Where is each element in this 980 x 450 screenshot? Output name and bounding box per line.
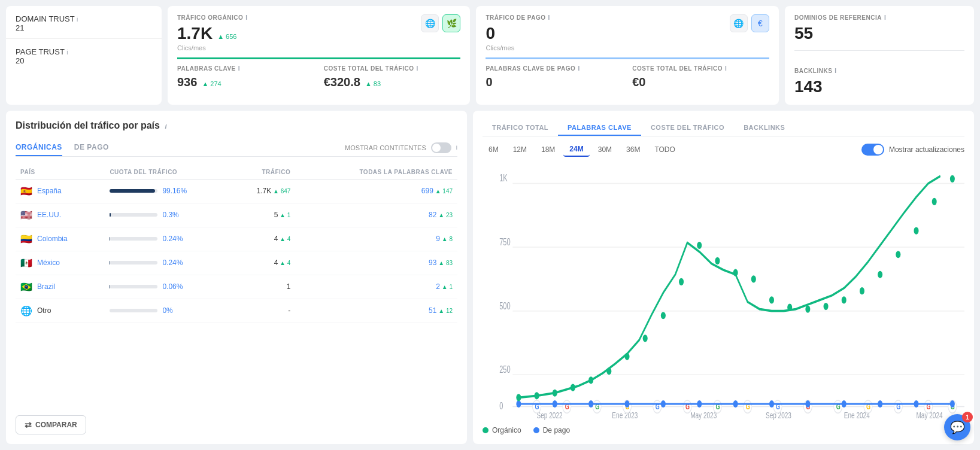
col-traffic: TRÁFICO: [226, 165, 295, 180]
organic-cost-value: €320.8: [324, 75, 360, 89]
country-cell[interactable]: 🇨🇴Colombia: [16, 227, 105, 251]
country-cell[interactable]: 🇧🇷Brazil: [16, 275, 105, 299]
backlinks-info-icon[interactable]: i: [835, 68, 836, 74]
time-btn-18m[interactable]: 18M: [535, 142, 561, 157]
paid-cost-value: €0: [632, 75, 645, 89]
time-btn-36m[interactable]: 36M: [620, 142, 646, 157]
country-table: PAÍS CUOTA DEL TRÁFICO TRÁFICO TODAS LA …: [16, 165, 457, 323]
svg-point-48: [588, 400, 593, 407]
organic-top: TRÁFICO ORGÁNICO i 1.7K ▲ 656 Clics/mes …: [177, 14, 460, 51]
organic-globe-icon-btn[interactable]: 🌐: [421, 14, 439, 32]
share-cell: 0.06%: [105, 275, 226, 299]
organic-leaf-icon-btn[interactable]: 🌿: [442, 14, 460, 32]
tab-organicas[interactable]: ORGÁNICAS: [16, 139, 62, 156]
domain-page-card: DOMAIN TRUST i 21 PAGE TRUST i 20: [6, 6, 162, 105]
chat-bubble[interactable]: 💬 1: [944, 414, 970, 440]
legend-paid-dot: [533, 427, 539, 433]
chart-controls: 6M 12M 18M 24M 30M 36M TODO Mostrar actu…: [483, 142, 964, 157]
table-row: 🇪🇸España 99.16% 1.7K ▲ 647 699 ▲ 147: [16, 179, 457, 203]
backlinks-title: Backlinks i: [794, 68, 964, 74]
svg-point-54: [805, 400, 810, 407]
ref-domains-info-icon[interactable]: i: [884, 14, 886, 21]
paid-globe-icon-btn[interactable]: 🌐: [730, 14, 748, 32]
organic-keywords-title: PALABRAS CLAVE i: [177, 65, 314, 72]
svg-point-60: [535, 392, 539, 399]
organic-info-icon[interactable]: i: [245, 14, 247, 21]
keywords-cell: 51 ▲ 12: [295, 299, 457, 323]
paid-cost-title: COSTE TOTAL DEL TRÁFICO i: [632, 65, 769, 72]
time-btn-6m[interactable]: 6M: [483, 142, 505, 157]
keywords-cell: 93 ▲ 83: [295, 251, 457, 275]
organic-cost-info-icon[interactable]: i: [417, 65, 418, 72]
paid-euro-icon-btn[interactable]: €: [751, 14, 769, 32]
svg-text:750: 750: [499, 236, 511, 247]
svg-text:G: G: [896, 402, 900, 411]
paid-cost-info-icon[interactable]: i: [725, 65, 727, 72]
domain-trust-section: DOMAIN TRUST i 21: [6, 6, 162, 39]
continents-info-icon[interactable]: i: [456, 144, 457, 151]
svg-point-82: [932, 197, 937, 205]
country-cell[interactable]: 🌐Otro: [16, 299, 105, 323]
traffic-cell: 5 ▲ 1: [226, 203, 295, 227]
distribution-info-icon[interactable]: i: [165, 123, 166, 130]
show-updates-area: Mostrar actualizaciones: [861, 144, 964, 156]
svg-point-65: [624, 352, 629, 360]
chart-tab-keywords[interactable]: PALABRAS CLAVE: [558, 120, 641, 136]
svg-text:500: 500: [499, 300, 511, 311]
time-btn-12m[interactable]: 12M: [507, 142, 533, 157]
col-country: PAÍS: [16, 165, 105, 180]
svg-text:G: G: [656, 402, 660, 411]
keywords-cell: 9 ▲ 8: [295, 227, 457, 251]
organic-value: 1.7K: [177, 25, 213, 43]
paid-info-icon[interactable]: i: [548, 14, 550, 21]
svg-point-81: [914, 227, 918, 234]
share-cell: 99.16%: [105, 179, 226, 203]
traffic-cell: 4 ▲ 4: [226, 251, 295, 275]
domain-trust-info-icon[interactable]: i: [77, 16, 78, 23]
svg-point-50: [661, 400, 666, 407]
svg-point-77: [842, 296, 846, 303]
table-row: 🇲🇽México 0.24% 4 ▲ 4 93 ▲ 83: [16, 251, 457, 275]
page-trust-info-icon[interactable]: i: [66, 49, 68, 56]
svg-text:G: G: [927, 402, 931, 411]
svg-text:Sep 2022: Sep 2022: [537, 410, 563, 420]
share-cell: 0.24%: [105, 227, 226, 251]
show-updates-toggle[interactable]: [861, 144, 884, 156]
organic-title: TRÁFICO ORGÁNICO i: [177, 14, 248, 21]
chat-badge: 1: [962, 412, 973, 422]
organic-keywords-value: 936: [177, 75, 197, 89]
distribution-tab-row: ORGÁNICAS DE PAGO MOSTRAR CONTITENTES i: [16, 139, 457, 157]
chart-area: 1K 750 500 250 0 Sep 2022 Ene 2023 May 2…: [483, 165, 964, 420]
ref-inner: DOMINIOS DE REFERENCIA i 55 Backlinks i …: [794, 14, 964, 96]
paid-value: 0: [486, 25, 550, 43]
svg-point-46: [516, 400, 521, 407]
table-row: 🇧🇷Brazil 0.06% 1 2 ▲ 1: [16, 275, 457, 299]
svg-point-56: [878, 400, 882, 407]
chart-tab-total[interactable]: TRÁFICO TOTAL: [483, 120, 558, 136]
compare-button[interactable]: ⇄ COMPARAR: [16, 415, 86, 434]
keywords-cell: 2 ▲ 1: [295, 275, 457, 299]
paid-icons: 🌐 €: [730, 14, 769, 32]
time-btn-24m[interactable]: 24M: [563, 142, 589, 157]
time-btn-30m[interactable]: 30M: [592, 142, 618, 157]
time-btn-todo[interactable]: TODO: [648, 142, 681, 157]
ref-domains-title: DOMINIOS DE REFERENCIA i: [794, 14, 964, 21]
svg-point-62: [571, 384, 575, 391]
svg-point-53: [769, 400, 774, 407]
organic-kw-info-icon[interactable]: i: [238, 65, 240, 72]
chart-tab-backlinks[interactable]: BACKLINKS: [734, 120, 794, 136]
paid-kw-info-icon[interactable]: i: [578, 65, 579, 72]
chart-tab-cost[interactable]: COSTE DEL TRÁFICO: [641, 120, 734, 136]
tab-de-pago[interactable]: DE PAGO: [74, 139, 109, 156]
country-cell[interactable]: 🇲🇽México: [16, 251, 105, 275]
page-trust-section: PAGE TRUST i 20: [6, 39, 162, 71]
continents-toggle[interactable]: [431, 142, 451, 153]
country-cell[interactable]: 🇺🇸EE.UU.: [16, 203, 105, 227]
svg-point-63: [588, 376, 593, 384]
traffic-cell: -: [226, 299, 295, 323]
svg-text:G: G: [685, 402, 690, 411]
traffic-cell: 4 ▲ 4: [226, 227, 295, 251]
svg-point-76: [824, 303, 829, 310]
country-cell[interactable]: 🇪🇸España: [16, 179, 105, 203]
svg-text:G: G: [715, 402, 720, 411]
